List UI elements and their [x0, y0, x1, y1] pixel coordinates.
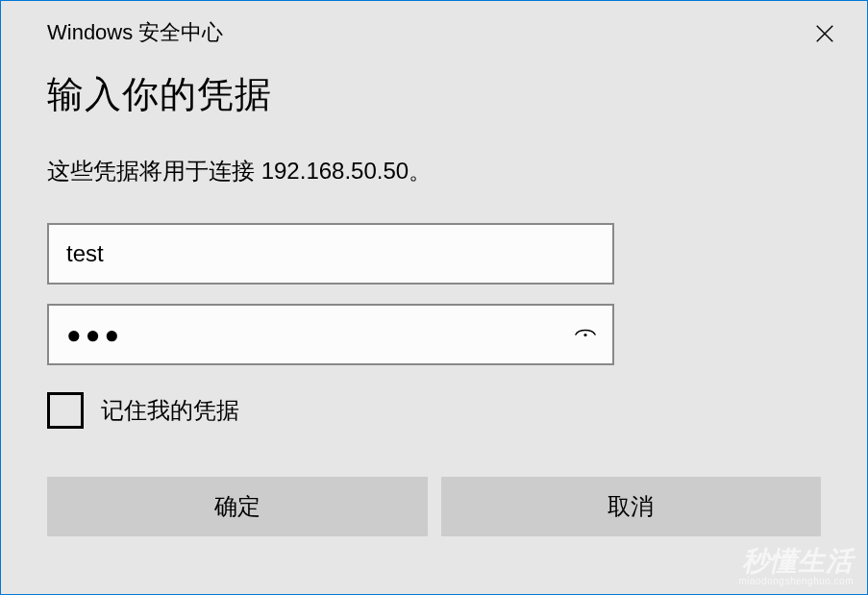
password-reveal-button[interactable] — [570, 319, 601, 350]
watermark: 秒懂生活 miaodongshenghuo.com — [738, 543, 854, 586]
remember-row: 记住我的凭据 — [47, 392, 821, 429]
titlebar-text: Windows 安全中心 — [47, 18, 223, 47]
button-row: 确定 取消 — [47, 477, 821, 536]
remember-label[interactable]: 记住我的凭据 — [101, 395, 239, 426]
dialog-content: 输入你的凭据 这些凭据将用于连接 192.168.50.50。 ●●● 记住我的… — [1, 70, 867, 536]
close-icon — [814, 23, 835, 44]
password-masked-value: ●●● — [66, 322, 123, 347]
password-input[interactable]: ●●● — [47, 304, 614, 365]
dialog-heading: 输入你的凭据 — [47, 70, 821, 119]
dialog-description: 这些凭据将用于连接 192.168.50.50。 — [47, 156, 821, 186]
watermark-sub: miaodongshenghuo.com — [738, 576, 854, 586]
password-wrapper: ●●● — [47, 304, 614, 365]
username-input[interactable] — [47, 223, 614, 285]
ok-button[interactable]: 确定 — [47, 477, 428, 536]
titlebar: Windows 安全中心 — [1, 1, 867, 53]
svg-point-2 — [583, 334, 586, 336]
eye-icon — [574, 323, 597, 346]
cancel-button[interactable]: 取消 — [441, 477, 822, 536]
remember-checkbox[interactable] — [47, 392, 84, 429]
credential-dialog: Windows 安全中心 输入你的凭据 这些凭据将用于连接 192.168.50… — [0, 0, 868, 595]
watermark-main: 秒懂生活 — [738, 543, 854, 580]
close-button[interactable] — [806, 14, 844, 53]
